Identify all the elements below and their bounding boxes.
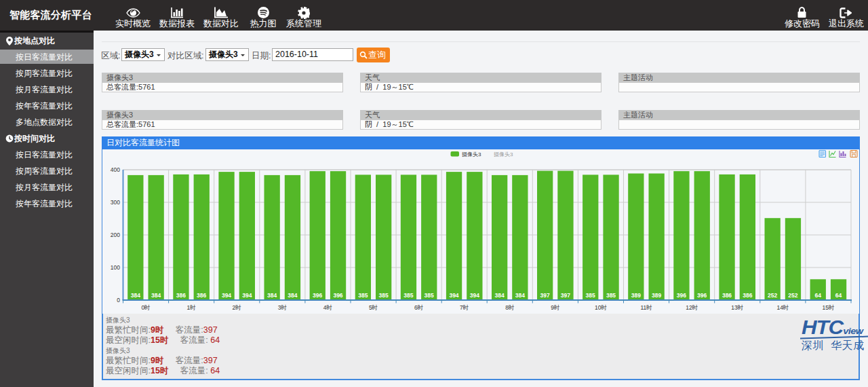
- svg-text:389: 389: [652, 292, 661, 299]
- svg-text:386: 386: [176, 292, 186, 299]
- svg-text:394: 394: [449, 292, 458, 299]
- svg-text:9时: 9时: [551, 304, 559, 311]
- svg-text:64: 64: [835, 292, 842, 299]
- svg-text:385: 385: [403, 292, 413, 299]
- svg-text:5时: 5时: [369, 304, 378, 311]
- svg-text:385: 385: [379, 292, 389, 299]
- svg-text:0: 0: [117, 297, 120, 303]
- svg-text:389: 389: [631, 292, 641, 299]
- svg-text:100: 100: [111, 264, 120, 271]
- svg-text:386: 386: [197, 292, 206, 299]
- svg-text:394: 394: [242, 292, 252, 299]
- svg-text:384: 384: [131, 292, 140, 299]
- svg-text:15时: 15时: [823, 304, 835, 311]
- svg-text:10时: 10时: [595, 304, 607, 311]
- svg-text:7时: 7时: [460, 304, 469, 311]
- svg-text:386: 386: [743, 292, 752, 299]
- svg-text:384: 384: [288, 292, 297, 299]
- svg-text:386: 386: [722, 292, 732, 299]
- svg-text:252: 252: [768, 292, 777, 299]
- svg-text:385: 385: [425, 292, 434, 299]
- svg-text:396: 396: [697, 292, 707, 299]
- svg-text:6时: 6时: [414, 304, 423, 311]
- svg-text:8时: 8时: [505, 304, 514, 311]
- svg-text:394: 394: [222, 292, 231, 299]
- svg-text:2时: 2时: [233, 304, 241, 311]
- svg-text:摄像头3: 摄像头3: [461, 151, 481, 158]
- svg-text:300: 300: [111, 199, 120, 206]
- svg-text:14时: 14时: [776, 304, 789, 311]
- svg-text:252: 252: [788, 292, 797, 299]
- svg-text:396: 396: [313, 292, 322, 299]
- svg-text:397: 397: [561, 292, 570, 299]
- svg-text:0时: 0时: [141, 304, 150, 311]
- svg-text:400: 400: [111, 166, 120, 173]
- svg-text:11时: 11时: [640, 304, 652, 311]
- svg-text:384: 384: [151, 292, 161, 299]
- svg-text:397: 397: [540, 292, 550, 299]
- svg-text:64: 64: [814, 292, 821, 299]
- svg-text:396: 396: [333, 292, 342, 299]
- svg-text:4时: 4时: [323, 304, 332, 311]
- svg-text:384: 384: [267, 292, 277, 299]
- svg-text:394: 394: [470, 292, 479, 299]
- svg-text:200: 200: [111, 232, 120, 238]
- svg-text:12时: 12时: [686, 304, 698, 311]
- svg-text:384: 384: [495, 292, 505, 299]
- svg-text:384: 384: [515, 292, 525, 299]
- svg-text:1时: 1时: [186, 304, 195, 311]
- svg-text:385: 385: [358, 292, 368, 299]
- svg-text:3时: 3时: [278, 304, 287, 311]
- svg-text:13时: 13时: [731, 304, 743, 311]
- svg-text:摄像头3: 摄像头3: [493, 151, 513, 158]
- svg-text:396: 396: [677, 292, 686, 299]
- svg-text:385: 385: [586, 292, 595, 299]
- svg-text:385: 385: [606, 292, 616, 299]
